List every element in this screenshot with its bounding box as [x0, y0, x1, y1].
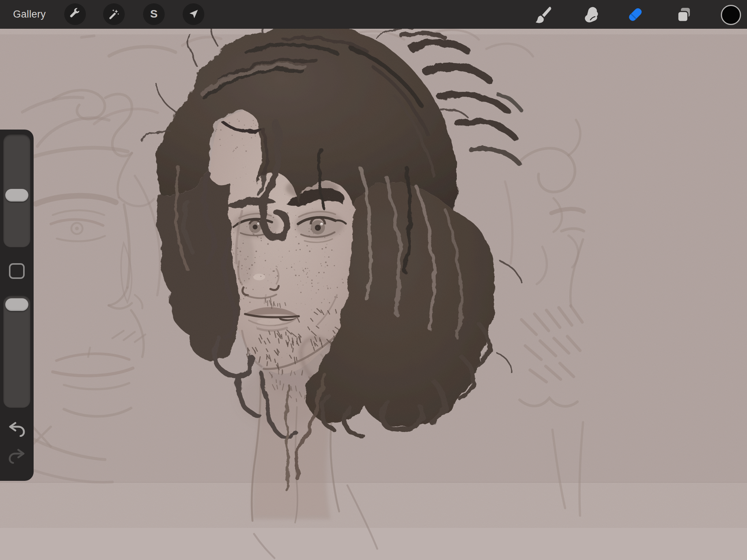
left-sidebar [0, 130, 34, 481]
paint-tool-button[interactable] [534, 6, 552, 24]
selection-s-icon: S [150, 8, 158, 19]
modify-button[interactable] [9, 263, 25, 279]
top-toolbar: Gallery S [0, 0, 747, 29]
procreate-window: Gallery S [0, 0, 747, 560]
undo-button[interactable] [8, 422, 25, 437]
adjustments-button[interactable] [103, 3, 125, 25]
redo-button[interactable] [8, 449, 25, 464]
wrench-icon [69, 8, 81, 21]
opacity-slider[interactable] [3, 296, 30, 408]
transform-button[interactable] [183, 3, 204, 25]
actions-button[interactable] [64, 3, 86, 25]
gallery-button[interactable]: Gallery [13, 0, 46, 29]
undo-icon [8, 422, 25, 437]
paintbrush-icon [534, 6, 552, 24]
layers-icon [675, 6, 693, 24]
eraser-tool-button[interactable] [626, 6, 644, 24]
transform-arrow-icon [187, 8, 200, 21]
layers-button[interactable] [675, 6, 693, 24]
canvas-artwork[interactable] [0, 0, 747, 560]
color-button[interactable] [721, 5, 741, 25]
eraser-icon [626, 6, 644, 24]
redo-icon [8, 449, 25, 464]
smudge-tool-button[interactable] [581, 6, 599, 24]
selection-button[interactable]: S [143, 3, 165, 25]
magic-wand-icon [108, 8, 120, 21]
paper-grain [0, 34, 747, 483]
opacity-slider-handle[interactable] [5, 298, 28, 311]
smudge-finger-icon [581, 6, 599, 24]
brush-size-slider-handle[interactable] [5, 189, 28, 202]
